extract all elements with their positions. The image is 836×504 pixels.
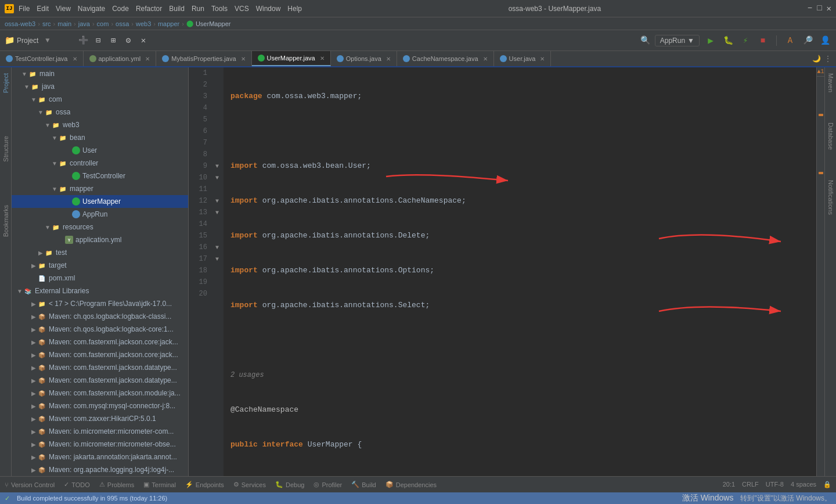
bc-file[interactable]: UserMapper xyxy=(196,20,231,27)
run-with-coverage-button[interactable]: ⚡ xyxy=(739,34,752,47)
dark-mode-toggle[interactable]: 🌙 xyxy=(812,55,821,63)
search-icon[interactable]: 🔍 xyxy=(640,35,650,45)
arrow-bean[interactable]: ▼ xyxy=(51,134,58,141)
search-everywhere-button[interactable]: 🔎 xyxy=(801,34,814,47)
arrow-web3[interactable]: ▼ xyxy=(44,121,51,128)
tree-item-logback2[interactable]: ▶ 📦 Maven: ch.qos.logback:logback-core:1… xyxy=(12,323,188,336)
fold-btn-9[interactable]: ▼ xyxy=(215,163,219,170)
tab-close-testcontroller[interactable]: ✕ xyxy=(73,56,77,62)
tree-item-logback1[interactable]: ▶ 📦 Maven: ch.qos.logback:logback-classi… xyxy=(12,310,188,323)
status-deps[interactable]: 📦 Dependencies xyxy=(385,481,437,488)
status-endpoints[interactable]: ⚡ Endpoints xyxy=(185,481,224,488)
rvtab-database[interactable]: Database xyxy=(826,119,835,153)
tree-item-controller[interactable]: ▼ 📁 controller xyxy=(12,157,188,170)
tree-item-hikari[interactable]: ▶ 📦 Maven: com.zaxxer:HikariCP:5.0.1 xyxy=(12,412,188,425)
tree-item-applicationyml[interactable]: Y application.yml xyxy=(12,233,188,246)
tree-item-com[interactable]: ▼ 📁 com xyxy=(12,93,188,106)
settings-button[interactable]: ⚙ xyxy=(122,34,135,47)
tree-item-jackson2[interactable]: ▶ 📦 Maven: com.fasterxml.jackson.core:ja… xyxy=(12,348,188,361)
stop-button[interactable]: ■ xyxy=(756,34,769,47)
bc-ossa[interactable]: ossa xyxy=(116,20,129,27)
tab-cachenamespace[interactable]: CacheNamespace.java ✕ xyxy=(397,51,494,66)
menu-edit[interactable]: Edit xyxy=(37,5,49,13)
line-ending[interactable]: CRLF xyxy=(742,481,759,488)
tree-item-jdk[interactable]: ▶ 📁 < 17 > C:\Program Files\Java\jdk-17.… xyxy=(12,297,188,310)
menu-refactor[interactable]: Refactor xyxy=(136,5,162,13)
bc-src[interactable]: src xyxy=(42,20,51,27)
tab-close-mybatisproperties[interactable]: ✕ xyxy=(241,56,246,62)
tree-item-target[interactable]: ▶ 📁 target xyxy=(12,259,188,272)
arrow-test[interactable]: ▶ xyxy=(37,249,44,256)
project-dropdown-icon[interactable]: ▼ xyxy=(45,37,49,45)
tree-item-log4j1[interactable]: ▶ 📦 Maven: org.apache.logging.log4j:log4… xyxy=(12,463,188,476)
arrow-hikari[interactable]: ▶ xyxy=(30,415,37,422)
rvtab-notifications[interactable]: Notifications xyxy=(826,177,835,218)
menu-view[interactable]: View xyxy=(56,5,71,13)
arrow-ossa[interactable]: ▼ xyxy=(37,109,44,116)
tab-close-options[interactable]: ✕ xyxy=(386,56,391,62)
vtab-structure[interactable]: Structure xyxy=(1,132,10,165)
indent[interactable]: 4 spaces xyxy=(791,481,816,488)
tree-item-ext-libs[interactable]: ▼ 📚 External Libraries xyxy=(12,285,188,297)
arrow-micrometer2[interactable]: ▶ xyxy=(30,441,37,448)
fold-btn-10[interactable]: ▼ xyxy=(215,175,219,181)
tree-item-mapper[interactable]: ▼ 📁 mapper xyxy=(12,182,188,195)
collapse-all-button[interactable]: ⊟ xyxy=(92,34,105,47)
code-content[interactable]: package com.ossa.web3.mapper; import com… xyxy=(224,67,816,476)
arrow-target[interactable]: ▶ xyxy=(30,262,37,269)
status-services[interactable]: ⚙ Services xyxy=(233,481,266,488)
tree-item-ossa[interactable]: ▼ 📁 ossa xyxy=(12,106,188,118)
tree-item-micrometer2[interactable]: ▶ 📦 Maven: io.micrometer:micrometer-obse… xyxy=(12,438,188,451)
status-profiler[interactable]: ◎ Profiler xyxy=(314,481,342,488)
vtab-bookmarks[interactable]: Bookmarks xyxy=(1,201,10,240)
close-button[interactable]: ✕ xyxy=(827,3,831,13)
arrow-jackson2[interactable]: ▶ xyxy=(30,351,37,358)
arrow-mysql[interactable]: ▶ xyxy=(30,402,37,409)
arrow-controller[interactable]: ▼ xyxy=(51,160,58,167)
maximize-button[interactable]: □ xyxy=(817,3,821,13)
arrow-logback1[interactable]: ▶ xyxy=(30,313,37,320)
tree-item-micrometer1[interactable]: ▶ 📦 Maven: io.micrometer:micrometer-com.… xyxy=(12,425,188,438)
menu-run[interactable]: Run xyxy=(192,5,204,13)
arrow-jackson4[interactable]: ▶ xyxy=(30,377,37,384)
status-vcs[interactable]: ⑂ Version Control xyxy=(5,481,55,488)
menu-navigate[interactable]: Navigate xyxy=(78,5,105,13)
tree-item-test[interactable]: ▶ 📁 test xyxy=(12,246,188,259)
project-label[interactable]: Project xyxy=(17,37,38,45)
tree-item-usermapper[interactable]: UserMapper xyxy=(12,195,188,208)
user-button[interactable]: 👤 xyxy=(819,34,831,47)
tree-item-testcontroller[interactable]: TestController xyxy=(12,170,188,182)
tab-options[interactable]: Options.java ✕ xyxy=(331,51,397,66)
bc-main[interactable]: main xyxy=(57,20,71,27)
menu-window[interactable]: Window xyxy=(256,5,281,13)
minimize-button[interactable]: − xyxy=(808,3,812,13)
debug-button[interactable]: 🐛 xyxy=(722,34,734,47)
menu-help[interactable]: Help xyxy=(287,5,302,13)
rvtab-maven[interactable]: Maven xyxy=(826,70,835,96)
arrow-ext-libs[interactable]: ▼ xyxy=(16,287,23,294)
status-todo[interactable]: ✓ TODO xyxy=(64,481,90,488)
fold-btn-16[interactable]: ▼ xyxy=(215,244,219,251)
fold-btn-17[interactable]: ▼ xyxy=(215,256,219,262)
tree-item-java[interactable]: ▼ 📁 java xyxy=(12,80,188,93)
tree-item-bean[interactable]: ▼ 📁 bean xyxy=(12,131,188,144)
menu-tools[interactable]: Tools xyxy=(211,5,228,13)
menu-build[interactable]: Build xyxy=(169,5,185,13)
arrow-jackson3[interactable]: ▶ xyxy=(30,364,37,371)
tab-usermapper[interactable]: UserMapper.java ✕ xyxy=(252,51,331,66)
tab-close-applicationyml[interactable]: ✕ xyxy=(145,56,150,62)
status-terminal[interactable]: ▣ Terminal xyxy=(143,481,176,488)
tree-item-main[interactable]: ▼ 📁 main xyxy=(12,67,188,80)
tree-item-mysql[interactable]: ▶ 📦 Maven: com.mysql:mysql-connector-j:8… xyxy=(12,399,188,412)
bc-com[interactable]: com xyxy=(97,20,109,27)
build-status-message[interactable]: Build completed successfully in 995 ms (… xyxy=(17,495,167,502)
fold-btn-12[interactable]: ▼ xyxy=(215,198,219,204)
arrow-main[interactable]: ▼ xyxy=(21,70,28,77)
arrow-jackson5[interactable]: ▶ xyxy=(30,390,37,397)
bc-mapper[interactable]: mapper xyxy=(158,20,179,27)
status-build[interactable]: 🔨 Build xyxy=(351,481,376,488)
tab-testcontroller[interactable]: TestController.java ✕ xyxy=(0,51,84,66)
arrow-log4j1[interactable]: ▶ xyxy=(30,466,37,473)
tree-item-jackson3[interactable]: ▶ 📦 Maven: com.fasterxml.jackson.datatyp… xyxy=(12,361,188,374)
code-scroll[interactable]: 1 2 3 4 5 6 7 8 9 10 11 12 13 14 15 16 1… xyxy=(189,67,824,476)
